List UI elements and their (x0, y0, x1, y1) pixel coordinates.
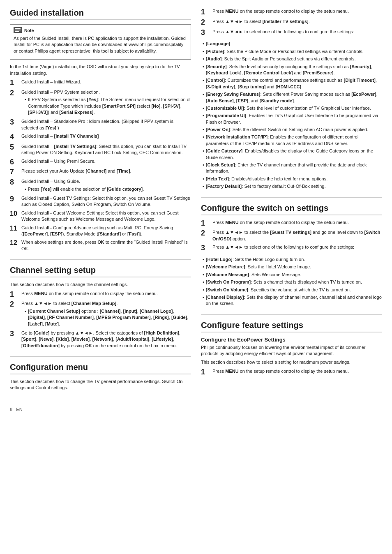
feat-step-1-content: Press MENU on the setup remote control t… (212, 368, 382, 374)
step-8-num: 8 (10, 178, 19, 187)
svg-rect-3 (15, 31, 19, 32)
bullet-customizable-ui: [Customizable UI]: Sets the level of cus… (203, 105, 382, 111)
cfg-step-1-content: Press MENU on the setup remote control t… (212, 8, 382, 14)
channel-setting-title: Channel setting setup (10, 265, 191, 277)
ch-step-1-content: Press MENU on the setup remote control t… (21, 291, 191, 297)
step-7-content: Please select your Auto Update [Channel]… (21, 168, 191, 174)
bullet-clock-setup: [Clock Setup]: Enter the TV channel numb… (203, 162, 382, 175)
bullet-channel-display: [Channel Display]: Sets the display of c… (203, 294, 382, 307)
step-12-content: When above settings are done, press OK t… (21, 239, 191, 252)
step-7-num: 7 (10, 168, 19, 176)
divider-3 (201, 197, 382, 198)
ch-step-2-num: 2 (10, 300, 19, 309)
step-10-content: Guided Install - Guest Welcome Settings:… (21, 210, 191, 223)
step-7: 7 Please select your Auto Update [Channe… (10, 168, 191, 176)
bullet-programmable-ui: [Programmable UI]: Enables the TV’s Grap… (203, 113, 382, 125)
step-3-num: 3 (10, 118, 19, 127)
bullet-switch-on-program: [Switch On Program]: Sets a channel that… (203, 279, 382, 285)
cfg-step-2: 2 Press ▲▼◄► to select [Installer TV set… (201, 18, 382, 27)
step-4-content: Guided Install – [Install TV Channels] (21, 133, 191, 139)
feat-step-1-num: 1 (201, 368, 210, 376)
bullet-power-on: [Power On]: Sets the different Switch on… (203, 127, 382, 133)
configuration-menu-intro: This section describes how to change the… (10, 379, 191, 391)
cfg-step-1-num: 1 (201, 8, 210, 16)
page-lang: EN (16, 407, 22, 412)
step-11: 11 Guided Install - Configure Advance se… (10, 225, 191, 238)
feat-step-1: 1 Press MENU on the setup remote control… (201, 368, 382, 376)
bullet-factory-default: [Factory Default]: Set to factory defaul… (203, 183, 382, 189)
step-8-sub-1: Press [Yes] will enable the selection of… (25, 186, 191, 192)
ch-step-1-num: 1 (10, 291, 19, 299)
guided-installation-title: Guided installation (10, 8, 191, 20)
step-5: 5 Guided Install – [Install TV Settings]… (10, 143, 191, 156)
step-1: 1 Guided Install – Initial Wizard. (10, 79, 191, 87)
step-2-content: Guided Install – PPV System selection. I… (21, 89, 191, 117)
cfg-step-2-content: Press ▲▼◄► to select [Installer TV setti… (212, 18, 382, 25)
ch-step-3-content: Go to [Guide] by pressing ▲▼◄►. Select t… (21, 330, 191, 349)
configuration-menu-section: Configuration menu This section describe… (10, 362, 191, 391)
guided-install-intro: In the 1st time (Virgin) installation, t… (10, 64, 191, 76)
ch-step-1: 1 Press MENU on the setup remote control… (10, 291, 191, 299)
step-5-content: Guided Install – [Install TV Settings]: … (21, 143, 191, 156)
step-5-num: 5 (10, 143, 19, 152)
step-2-sub-1: If PPV System is selected as [Yes]: The … (25, 97, 191, 115)
svg-rect-2 (15, 30, 21, 30)
bullet-language: [Language] (203, 41, 382, 47)
cfg-step-1: 1 Press MENU on the setup remote control… (201, 8, 382, 16)
right-column: 1 Press MENU on the setup remote control… (201, 8, 382, 399)
step-2: 2 Guided Install – PPV System selection.… (10, 89, 191, 117)
switch-on-steps: 1 Press MENU on the setup remote control… (201, 219, 382, 252)
step-9: 9 Guided Install - Guest TV Settings: Se… (10, 195, 191, 208)
step-6: 6 Guided Install – Using Premi Secure. (10, 158, 191, 166)
step-6-content: Guided Install – Using Premi Secure. (21, 158, 191, 164)
switch-on-section: Configure the switch on settings 1 Press… (201, 203, 382, 307)
step-4-num: 4 (10, 133, 19, 141)
configuration-menu-title: Configuration menu (10, 362, 191, 374)
bullet-audio: [Audio]: Sets the Split Audio or Persona… (203, 56, 382, 62)
step-1-num: 1 (10, 79, 19, 87)
config-steps-section: 1 Press MENU on the setup remote control… (201, 8, 382, 190)
bullet-energy: [Energy Saving Features]: Sets different… (203, 91, 382, 104)
note-header: Note (14, 27, 187, 34)
step-8: 8 Guided Install – Using Guide. Press [Y… (10, 178, 191, 193)
page-footer: 8 EN (10, 407, 382, 412)
divider-1 (10, 259, 191, 260)
config-steps: 1 Press MENU on the setup remote control… (201, 8, 382, 37)
feature-steps: 1 Press MENU on the setup remote control… (201, 368, 382, 376)
step-1-content: Guided Install – Initial Wizard. (21, 79, 191, 85)
bullet-welcome-message: [Welcome Message]: Sets Welcome Message. (203, 272, 382, 278)
page-number: 8 (10, 407, 12, 412)
divider-4 (201, 314, 382, 315)
step-6-num: 6 (10, 158, 19, 166)
bullet-picture: [Picture]: Sets the Picture Mode or Pers… (203, 48, 382, 55)
sw-step-1-content: Press MENU on the setup remote control t… (212, 219, 382, 226)
ecopower-intro1: Philips continuously focuses on lowering… (201, 344, 382, 357)
channel-setting-steps: 1 Press MENU on the setup remote control… (10, 291, 191, 349)
step-2-num: 2 (10, 89, 19, 97)
sw-step-3-num: 3 (201, 244, 210, 252)
step-10: 10 Guided Install - Guest Welcome Settin… (10, 210, 191, 223)
bullet-hotel-logo: [Hotel Logo]: Sets the Hotel Logo during… (203, 256, 382, 263)
cfg-step-3-content: Press ▲▼◄► to select one of the followin… (212, 29, 382, 35)
feature-settings-section: Configure feature settings Configure the… (201, 321, 382, 376)
step-12: 12 When above settings are done, press O… (10, 239, 191, 252)
step-11-content: Guided Install - Configure Advance setti… (21, 225, 191, 238)
channel-setting-section: Channel setting setup This section descr… (10, 265, 191, 349)
step-2-sublist: If PPV System is selected as [Yes]: The … (21, 97, 191, 115)
cfg-step-3: 3 Press ▲▼◄► to select one of the follow… (201, 29, 382, 37)
left-column: Guided installation Note As part of the … (10, 8, 191, 399)
channel-setting-intro: This section describes how to change the… (10, 282, 191, 288)
step-9-num: 9 (10, 195, 19, 203)
sw-step-2-content: Press ▲▼◄► to select the [Guest TV setti… (212, 229, 382, 242)
step-3-content: Guided Install – Standalone Pro : Idiom … (21, 118, 191, 131)
switch-on-bullets: [Hotel Logo]: Sets the Hotel Logo during… (203, 256, 382, 307)
bullet-switch-on-volume: [Switch On Volume]: Specifies the volume… (203, 287, 382, 293)
ecopower-intro2: This section describes how to select a s… (201, 359, 382, 365)
divider-2 (10, 356, 191, 357)
step-8-content: Guided Install – Using Guide. Press [Yes… (21, 178, 191, 193)
step-10-num: 10 (10, 210, 19, 217)
step-9-content: Guided Install - Guest TV Settings: Sele… (21, 195, 191, 208)
ch-step-3: 3 Go to [Guide] by pressing ▲▼◄►. Select… (10, 330, 191, 349)
note-box: Note As part of the Guided Install, ther… (10, 24, 191, 60)
config-bullet-list: [Language] [Picture]: Sets the Picture M… (203, 41, 382, 189)
